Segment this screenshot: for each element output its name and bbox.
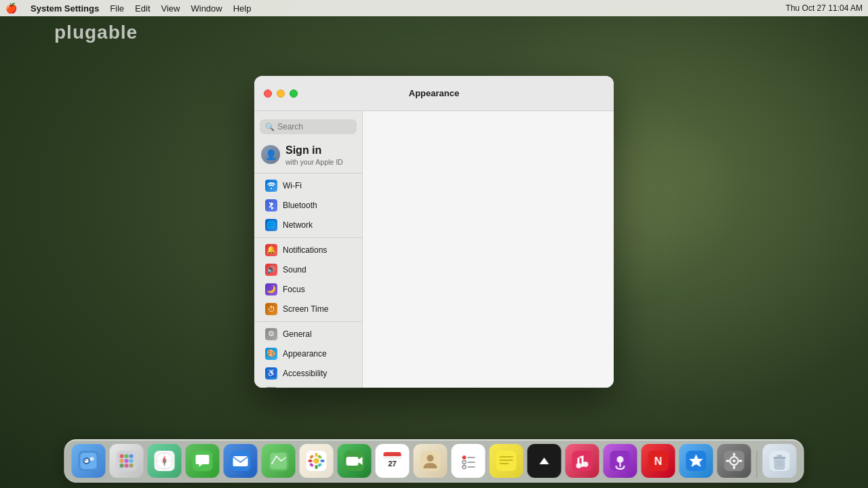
svg-rect-26 [233, 456, 248, 466]
svg-rect-83 [777, 455, 783, 458]
dock-item-appletv[interactable] [528, 444, 561, 478]
sidebar-item-accessibility[interactable]: ♿ Accessibility [258, 364, 358, 383]
dock-item-appstore[interactable] [679, 444, 713, 478]
svg-rect-32 [315, 465, 318, 469]
search-input[interactable] [277, 122, 351, 131]
screentime-icon: ⏱ [265, 303, 277, 315]
sidebar-divider-2 [254, 237, 362, 238]
dock-item-launchpad[interactable] [110, 444, 144, 478]
window-title: Appearance [409, 88, 459, 98]
dock-item-maps[interactable] [262, 444, 296, 478]
desktop: 🍎 System Settings File Edit View Window … [0, 0, 868, 488]
sidebar-item-wifi[interactable]: Wi-Fi [258, 176, 358, 195]
svg-point-3 [85, 459, 89, 463]
svg-point-14 [120, 464, 124, 468]
dock-item-contacts[interactable] [414, 444, 448, 478]
svg-point-8 [120, 454, 124, 458]
dock-item-news[interactable]: N [642, 444, 675, 478]
focus-icon: 🌙 [265, 283, 277, 296]
minimize-button[interactable] [277, 89, 285, 98]
svg-point-68 [617, 456, 624, 463]
sidebar-item-network[interactable]: 🌐 Network [258, 216, 358, 235]
svg-point-6 [91, 458, 93, 460]
dock-item-reminders[interactable] [452, 444, 486, 478]
svg-rect-57 [500, 456, 513, 458]
dock-item-facetime[interactable] [338, 444, 372, 478]
dock-item-music[interactable] [566, 444, 599, 478]
svg-rect-31 [315, 453, 318, 457]
wifi-icon [265, 180, 277, 192]
dock-item-photos[interactable] [300, 444, 334, 478]
sidebar-label-accessibility: Accessibility [283, 369, 327, 378]
sidebar-item-general[interactable]: ⚙ General [258, 325, 358, 344]
svg-point-16 [130, 464, 134, 468]
dock-item-messages[interactable] [186, 444, 220, 478]
menubar-help[interactable]: Help [233, 3, 252, 14]
search-icon: 🔍 [265, 123, 275, 131]
svg-rect-28 [271, 453, 287, 469]
menubar: 🍎 System Settings File Edit View Window … [0, 0, 868, 16]
accessibility-icon: ♿ [265, 367, 277, 380]
sidebar-label-network: Network [283, 220, 313, 230]
svg-rect-59 [500, 463, 509, 464]
sidebar-item-controlcenter[interactable]: ⊞ Control Center [258, 384, 358, 388]
bluetooth-icon [265, 199, 277, 211]
dock: 27 [64, 439, 804, 483]
signin-section[interactable]: 👤 Sign in with your Apple ID [254, 140, 362, 170]
sidebar-item-screentime[interactable]: ⏱ Screen Time [258, 300, 358, 319]
menubar-view[interactable]: View [161, 3, 180, 14]
svg-rect-45 [384, 456, 401, 459]
sidebar-item-sound[interactable]: 🔊 Sound [258, 260, 358, 279]
svg-rect-79 [739, 460, 743, 462]
sidebar-item-focus[interactable]: 🌙 Focus [258, 280, 358, 299]
sound-icon: 🔊 [265, 264, 277, 276]
dock-item-podcasts[interactable] [604, 444, 637, 478]
dock-item-trash[interactable] [763, 444, 797, 478]
controlcenter-icon: ⊞ [265, 387, 277, 388]
close-button[interactable] [264, 89, 272, 98]
svg-point-4 [85, 460, 87, 461]
dock-item-finder[interactable] [72, 444, 106, 478]
sidebar-item-bluetooth[interactable]: Bluetooth [258, 196, 358, 215]
dock-item-sysprefs[interactable] [717, 444, 751, 478]
svg-rect-33 [309, 460, 313, 462]
sidebar-label-appearance: Appearance [283, 349, 327, 359]
svg-point-15 [125, 464, 129, 468]
dock-item-safari[interactable] [148, 444, 182, 478]
sidebar-divider-1 [254, 173, 362, 174]
sidebar: 🔍 👤 Sign in with your Apple ID [254, 111, 363, 388]
main-content [363, 111, 614, 388]
menubar-window[interactable]: Window [191, 3, 222, 14]
signin-text: Sign in with your Apple ID [285, 144, 343, 166]
sidebar-label-focus: Focus [283, 285, 305, 294]
dock-item-calendar[interactable]: 27 [376, 444, 410, 478]
svg-rect-64 [582, 456, 584, 467]
maximize-button[interactable] [290, 89, 298, 98]
signin-main: Sign in [285, 144, 343, 158]
sidebar-item-appearance[interactable]: 🎨 Appearance [258, 344, 358, 363]
menubar-edit[interactable]: Edit [135, 3, 150, 14]
apple-menu[interactable]: 🍎 [5, 3, 17, 14]
svg-point-50 [462, 456, 466, 460]
dock-divider [757, 451, 757, 478]
menubar-file[interactable]: File [110, 3, 124, 14]
svg-rect-76 [733, 453, 735, 456]
svg-rect-49 [458, 451, 479, 471]
sidebar-item-notifications[interactable]: 🔔 Notifications [258, 241, 358, 260]
svg-text:27: 27 [388, 460, 396, 468]
sidebar-divider-3 [254, 321, 362, 322]
signin-sub: with your Apple ID [285, 158, 343, 166]
search-bar[interactable]: 🔍 [260, 119, 357, 134]
menubar-app-name[interactable]: System Settings [31, 3, 99, 14]
sidebar-label-screentime: Screen Time [283, 304, 328, 314]
svg-point-48 [427, 455, 434, 462]
menubar-left: 🍎 System Settings File Edit View Window … [5, 3, 251, 14]
notifications-icon: 🔔 [265, 244, 277, 256]
general-icon: ⚙ [265, 328, 277, 340]
dock-item-notes[interactable] [490, 444, 524, 478]
system-settings-window: Appearance 🔍 👤 Sign in with your Apple I… [254, 76, 614, 388]
avatar: 👤 [261, 145, 280, 164]
dock-item-mail[interactable] [224, 444, 258, 478]
network-icon: 🌐 [265, 219, 277, 231]
appearance-icon: 🎨 [265, 348, 277, 360]
